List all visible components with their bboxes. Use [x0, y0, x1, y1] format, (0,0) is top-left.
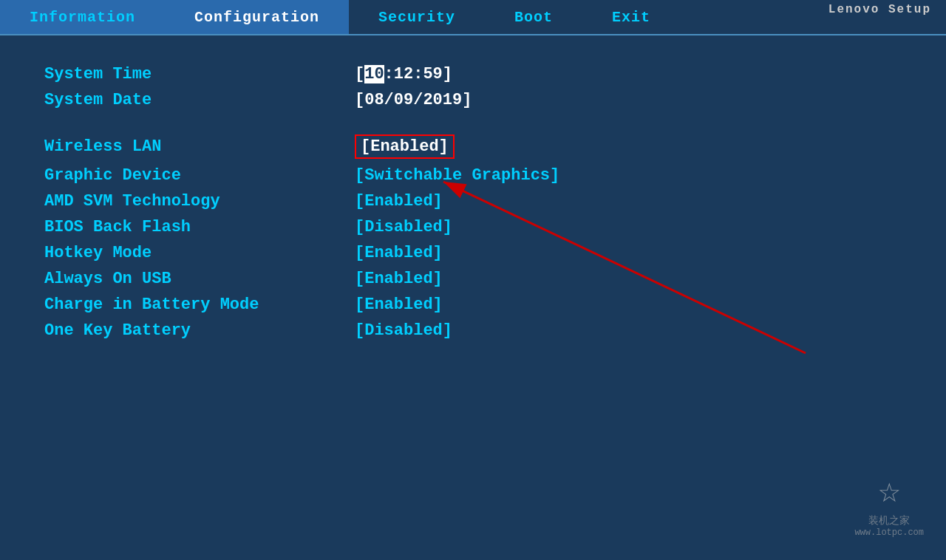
annotation-arrow: [0, 35, 887, 553]
amd-svm-value[interactable]: [Enabled]: [355, 192, 443, 211]
bios-content: System Time [10:12:59] System Date [08/0…: [0, 35, 946, 377]
hotkey-mode-label: Hotkey Mode: [44, 244, 355, 262]
system-time-value[interactable]: [10:12:59]: [355, 65, 452, 83]
wireless-lan-row: Wireless LAN [Enabled]: [44, 134, 902, 159]
watermark-star-icon: ☆: [878, 474, 900, 511]
graphic-device-label: Graphic Device: [44, 166, 355, 185]
charge-battery-mode-row: Charge in Battery Mode [Enabled]: [44, 296, 902, 314]
bios-back-flash-value[interactable]: [Disabled]: [355, 218, 452, 236]
tab-information[interactable]: Information: [0, 0, 165, 34]
menu-bar: Lenovo Setup Information Configuration S…: [0, 0, 946, 35]
one-key-battery-row: One Key Battery [Disabled]: [44, 321, 902, 340]
system-time-label: System Time: [44, 65, 355, 83]
watermark-text1: 装机之家: [868, 514, 910, 527]
one-key-battery-label: One Key Battery: [44, 321, 355, 340]
brand-title: Lenovo Setup: [828, 3, 931, 16]
graphic-device-value[interactable]: [Switchable Graphics]: [355, 166, 559, 185]
always-on-usb-row: Always On USB [Enabled]: [44, 270, 902, 288]
system-date-value[interactable]: [08/09/2019]: [355, 91, 472, 109]
always-on-usb-value[interactable]: [Enabled]: [355, 270, 443, 288]
always-on-usb-label: Always On USB: [44, 270, 355, 288]
one-key-battery-value[interactable]: [Disabled]: [355, 321, 452, 340]
wireless-lan-label: Wireless LAN: [44, 137, 355, 156]
spacer-1: [44, 117, 902, 134]
system-date-label: System Date: [44, 91, 355, 109]
hotkey-mode-value[interactable]: [Enabled]: [355, 244, 443, 262]
tab-configuration[interactable]: Configuration: [165, 0, 349, 34]
tab-exit[interactable]: Exit: [582, 0, 680, 34]
bios-back-flash-label: BIOS Back Flash: [44, 218, 355, 236]
watermark-text2: www.lotpc.com: [854, 527, 924, 538]
tab-security[interactable]: Security: [349, 0, 485, 34]
watermark: ☆ 装机之家 www.lotpc.com: [854, 474, 924, 538]
system-time-row: System Time [10:12:59]: [44, 65, 902, 83]
wireless-lan-value[interactable]: [Enabled]: [355, 134, 455, 159]
amd-svm-label: AMD SVM Technology: [44, 192, 355, 211]
charge-battery-mode-label: Charge in Battery Mode: [44, 296, 355, 314]
tab-boot[interactable]: Boot: [485, 0, 582, 34]
amd-svm-row: AMD SVM Technology [Enabled]: [44, 192, 902, 211]
charge-battery-mode-value[interactable]: [Enabled]: [355, 296, 443, 314]
graphic-device-row: Graphic Device [Switchable Graphics]: [44, 166, 902, 185]
bios-back-flash-row: BIOS Back Flash [Disabled]: [44, 218, 902, 236]
system-date-row: System Date [08/09/2019]: [44, 91, 902, 109]
hotkey-mode-row: Hotkey Mode [Enabled]: [44, 244, 902, 262]
